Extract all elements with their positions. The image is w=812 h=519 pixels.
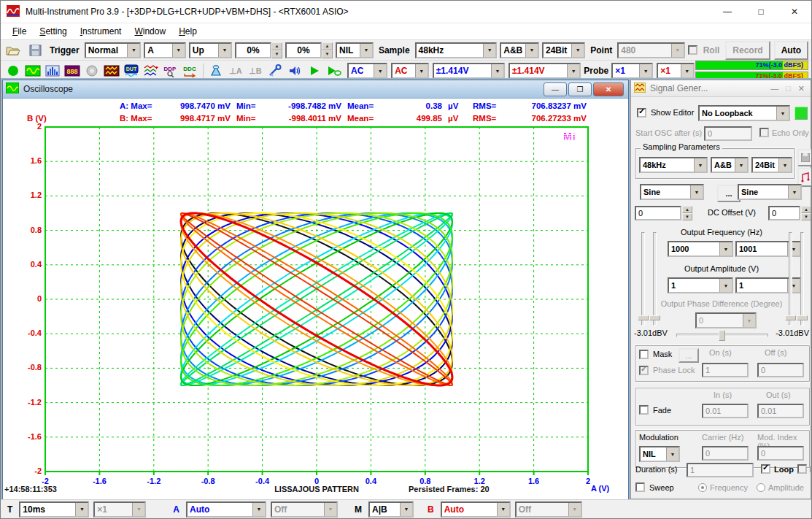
loopback-select[interactable]: No Loopback bbox=[698, 105, 790, 121]
waveform-b-select[interactable]: Sine bbox=[738, 184, 802, 200]
frequency-a-select[interactable]: 1000 bbox=[668, 241, 733, 257]
x-tick-label: 2 bbox=[573, 477, 603, 485]
waveform-a-select[interactable]: Sine bbox=[640, 184, 704, 200]
oscilloscope-title: Oscilloscope bbox=[23, 84, 73, 94]
save-icon[interactable] bbox=[26, 42, 45, 59]
minimize-button[interactable]: — bbox=[711, 1, 744, 23]
amplitude-slider-a2[interactable] bbox=[653, 232, 657, 326]
spin-up-icon: ▲ bbox=[322, 42, 333, 50]
start-osc-input: 0 bbox=[704, 126, 752, 141]
play-icon[interactable] bbox=[305, 62, 324, 80]
auto-button[interactable]: Auto bbox=[774, 41, 808, 60]
sweep-checkbox[interactable] bbox=[635, 483, 645, 492]
slider-handle[interactable] bbox=[797, 315, 808, 320]
probe-b-select[interactable]: ×1 bbox=[657, 63, 695, 79]
record-dot-icon[interactable] bbox=[4, 62, 23, 80]
speaker-icon[interactable] bbox=[285, 62, 304, 80]
open-file-icon[interactable] bbox=[4, 42, 23, 59]
chevron-down-icon bbox=[690, 185, 703, 199]
svg-text:⊥B: ⊥B bbox=[249, 66, 262, 75]
oscilloscope-window: Oscilloscope — ❐ ✕ A: Max=998.7470 mV Mi… bbox=[2, 80, 629, 499]
oscilloscope-icon[interactable] bbox=[23, 62, 42, 80]
spectrum-analyzer-icon[interactable] bbox=[43, 62, 62, 80]
fade-checkbox[interactable] bbox=[639, 405, 649, 415]
sg-bit-depth-select[interactable]: 24Bit bbox=[751, 157, 792, 173]
toolbar-separator bbox=[203, 64, 204, 78]
titlebar: Multi-Instrument Pro 3.9 - [+3DP+DLG+LCR… bbox=[1, 1, 811, 23]
derived-data-curve-icon[interactable] bbox=[142, 62, 161, 80]
mask-group: Mask ... On (s) Off (s) Phase Lock 1 0 bbox=[634, 345, 811, 382]
trigger-mode-select[interactable]: Normal bbox=[85, 42, 142, 58]
osc-restore-button[interactable]: ❐ bbox=[568, 82, 592, 96]
chevron-down-icon bbox=[788, 185, 800, 199]
amplitude-a-select[interactable]: 1 bbox=[668, 277, 733, 293]
plot-title: LISSAJOUS PATTERN bbox=[236, 485, 397, 493]
amplitude-slider-a1[interactable] bbox=[641, 232, 645, 326]
dc-offset-b-spinner[interactable]: ▲▼ bbox=[801, 206, 811, 220]
coupling-a-select[interactable]: AC bbox=[347, 63, 387, 79]
signal-generator-icon[interactable] bbox=[102, 62, 121, 80]
trigger-frequency-select[interactable]: NIL bbox=[336, 42, 374, 58]
chevron-down-icon bbox=[567, 64, 579, 77]
channel-a-mode-select[interactable]: Auto bbox=[186, 501, 266, 518]
modulation-select[interactable]: NIL bbox=[639, 446, 680, 462]
show-editor-checkbox[interactable] bbox=[637, 108, 646, 118]
timebase-select[interactable]: 10ms bbox=[19, 501, 89, 518]
menu-window[interactable]: Window bbox=[128, 25, 171, 38]
multimeter-icon[interactable]: 888 bbox=[63, 62, 82, 80]
menu-file[interactable]: File bbox=[7, 25, 32, 38]
osc-close-button[interactable]: ✕ bbox=[593, 82, 624, 96]
oscilloscope-titlebar[interactable]: Oscilloscope — ❐ ✕ bbox=[3, 80, 628, 99]
maximize-button[interactable]: □ bbox=[744, 1, 778, 23]
slider-handle[interactable] bbox=[649, 315, 660, 320]
sg-close-button[interactable]: ✕ bbox=[798, 84, 805, 93]
range-b-select[interactable]: ±1.414V bbox=[509, 63, 581, 79]
channel-b-mode-select[interactable]: Auto bbox=[441, 501, 511, 518]
close-button[interactable]: ✕ bbox=[778, 1, 811, 23]
math-mode-select[interactable]: A|B bbox=[368, 501, 414, 518]
osc-minimize-button[interactable]: — bbox=[544, 82, 567, 96]
dc-offset-a-spinner[interactable]: ▲▼ bbox=[682, 206, 692, 220]
sg-maximize-button[interactable]: □ bbox=[786, 84, 791, 93]
svg-text:DDC: DDC bbox=[183, 66, 196, 72]
sg-channels-select[interactable]: A&B bbox=[711, 157, 749, 173]
dc-offset-a-input[interactable]: 0 bbox=[635, 206, 681, 220]
coupling-b-select[interactable]: AC bbox=[391, 63, 429, 79]
play-loop-icon[interactable] bbox=[325, 62, 344, 80]
mask-checkbox[interactable] bbox=[639, 350, 649, 359]
bit-depth-select[interactable]: 24Bit bbox=[542, 42, 585, 58]
trigger-level-spinner[interactable]: 0%▲▼ bbox=[235, 42, 282, 58]
trigger-source-select[interactable]: A bbox=[144, 42, 185, 58]
dc-offset-b-input[interactable]: 0 bbox=[768, 206, 800, 220]
ddp-viewer-icon[interactable]: DDP bbox=[161, 62, 180, 80]
show-editor-label: Show Editor bbox=[651, 108, 694, 117]
slider-handle[interactable] bbox=[785, 315, 796, 320]
duration-input: 1 bbox=[687, 463, 754, 477]
menu-help[interactable]: Help bbox=[173, 25, 203, 38]
probe-tools-icon[interactable] bbox=[266, 62, 285, 80]
device-test-plan-icon[interactable]: DUT bbox=[122, 62, 141, 80]
calibration-flask-icon[interactable] bbox=[206, 62, 225, 80]
sg-sampling-rate-select[interactable]: 48kHz bbox=[639, 157, 708, 173]
channels-select[interactable]: A&B bbox=[500, 42, 539, 58]
loop-checkbox[interactable] bbox=[761, 464, 770, 474]
menu-instrument[interactable]: Instrument bbox=[74, 25, 128, 38]
chevron-down-icon bbox=[252, 503, 265, 516]
menu-setting[interactable]: Setting bbox=[34, 25, 72, 38]
amplitude-slider-b1[interactable] bbox=[789, 232, 792, 326]
sg-minimize-button[interactable]: — bbox=[770, 84, 778, 93]
generator-status-indicator[interactable] bbox=[794, 107, 808, 120]
trigger-edge-select[interactable]: Up bbox=[189, 42, 232, 58]
slider-handle[interactable] bbox=[638, 315, 649, 320]
channel-a-extra-select: Off bbox=[271, 501, 338, 518]
signal-generator-titlebar[interactable]: Signal Gener... — □ ✕ bbox=[631, 80, 811, 97]
sampling-rate-select[interactable]: 48kHz bbox=[415, 42, 498, 58]
balance-slider-handle[interactable] bbox=[719, 330, 725, 341]
chevron-down-icon bbox=[525, 44, 538, 57]
ddc-icon[interactable]: DDC bbox=[181, 62, 200, 80]
trigger-delay-spinner[interactable]: 0%▲▼ bbox=[285, 42, 333, 58]
probe-a-select[interactable]: ×1 bbox=[611, 63, 653, 79]
amplitude-slider-b2[interactable] bbox=[800, 232, 804, 326]
channel-b-extra-select: Off bbox=[515, 501, 582, 518]
range-a-select[interactable]: ±1.414V bbox=[433, 63, 505, 79]
